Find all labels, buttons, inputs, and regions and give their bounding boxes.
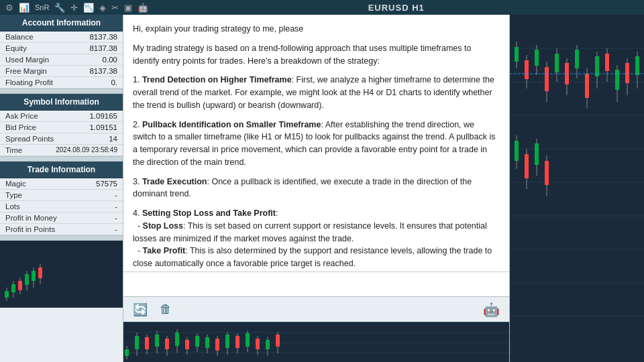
svg-rect-22	[165, 339, 169, 349]
svg-rect-24	[175, 333, 179, 346]
crosshair-icon[interactable]: ✛	[70, 3, 78, 13]
type-row: Type -	[0, 190, 123, 201]
floating-profit-row: Floating Profit 0.	[0, 77, 123, 88]
svg-rect-62	[535, 50, 539, 66]
bid-price-value: 1.09151	[89, 123, 117, 131]
equity-value: 8137.38	[89, 44, 117, 52]
chat-messages-area: Hi, explain your trading strategy to me,…	[123, 15, 509, 272]
chat-input-field[interactable]	[123, 272, 509, 296]
ai-toolbar-icon[interactable]: 🤖	[138, 3, 148, 13]
spread-points-label: Spread Points	[5, 135, 54, 143]
time-value: 2024.08.09 23:58:49	[56, 146, 117, 154]
right-chart-panel	[510, 15, 644, 362]
spread-points-value: 14	[109, 135, 117, 143]
svg-rect-86	[525, 154, 529, 178]
svg-rect-78	[615, 70, 619, 90]
svg-rect-42	[266, 340, 270, 349]
square-icon[interactable]: ▣	[124, 3, 132, 13]
free-margin-row: Free Margin 8137.38	[0, 66, 123, 77]
type-label: Type	[5, 191, 22, 199]
chat-msg-1: My trading strategy is based on a trend-…	[133, 42, 500, 68]
top-toolbar: ⚙ 📊 SnR 🔧 ✛ 📉 ◈ ✂ ▣ 🤖 EURUSD H1	[0, 0, 644, 15]
svg-rect-90	[545, 161, 549, 185]
bottom-chart-svg	[123, 322, 509, 362]
spread-points-row: Spread Points 14	[0, 133, 123, 145]
svg-rect-32	[215, 339, 219, 351]
ask-price-label: Ask Price	[5, 112, 38, 120]
account-info-header: Account Information	[0, 15, 123, 32]
bid-price-row: Bid Price 1.09151	[0, 122, 123, 133]
time-label: Time	[5, 146, 22, 154]
balance-label: Balance	[5, 33, 34, 41]
svg-rect-70	[575, 50, 579, 68]
svg-rect-44	[276, 335, 280, 347]
ask-price-value: 1.09165	[89, 112, 117, 120]
settings-icon[interactable]: ⚙	[5, 3, 13, 13]
type-value: -	[115, 191, 117, 199]
diamond-icon[interactable]: ◈	[99, 3, 106, 13]
profit-money-label: Profit in Money	[5, 214, 57, 222]
free-margin-label: Free Margin	[5, 67, 47, 75]
floating-profit-label: Floating Profit	[5, 78, 53, 86]
lots-label: Lots	[5, 202, 20, 210]
svg-rect-76	[605, 54, 609, 71]
chat-msg-0: Hi, explain your trading strategy to me,…	[133, 23, 500, 36]
chart-icon[interactable]: 📊	[19, 3, 30, 13]
chat-toolbar-left: 🔄 🗑	[133, 302, 172, 317]
svg-rect-40	[256, 339, 260, 349]
main-layout: Account Information Balance 8137.38 Equi…	[0, 15, 644, 362]
svg-rect-20	[155, 335, 159, 347]
svg-rect-16	[135, 336, 139, 349]
svg-rect-30	[205, 337, 209, 348]
svg-rect-84	[515, 141, 519, 161]
divider-3	[0, 235, 123, 241]
delete-icon[interactable]: 🗑	[160, 302, 172, 317]
bottom-chart	[123, 322, 509, 362]
snr-label[interactable]: SnR	[35, 3, 49, 11]
used-margin-row: Used Margin 0.00	[0, 54, 123, 66]
svg-rect-60	[525, 60, 529, 79]
tools-icon[interactable]: 🔧	[54, 3, 65, 13]
svg-rect-9	[38, 267, 42, 278]
left-mini-chart	[0, 241, 123, 308]
profit-money-row: Profit in Money -	[0, 213, 123, 224]
ask-price-row: Ask Price 1.09165	[0, 111, 123, 122]
divider-1	[0, 88, 123, 94]
svg-rect-64	[545, 67, 549, 91]
profit-money-value: -	[115, 214, 117, 222]
profit-points-row: Profit in Points -	[0, 224, 123, 235]
equity-row: Equity 8137.38	[0, 43, 123, 54]
free-margin-value: 8137.38	[89, 67, 117, 75]
magic-label: Magic	[5, 180, 26, 188]
ai-send-icon[interactable]: 🤖	[483, 302, 500, 318]
left-chart-svg	[0, 241, 123, 308]
svg-rect-88	[535, 143, 539, 165]
svg-rect-7	[32, 271, 36, 281]
svg-rect-36	[235, 336, 239, 348]
svg-rect-80	[625, 63, 629, 83]
svg-rect-3	[18, 281, 22, 290]
balance-row: Balance 8137.38	[0, 32, 123, 43]
floating-profit-value: 0.	[111, 78, 117, 86]
svg-rect-26	[185, 340, 189, 349]
scissors-icon[interactable]: ✂	[111, 3, 119, 13]
svg-rect-72	[585, 74, 589, 98]
chart-title: EURUSD H1	[154, 3, 639, 13]
line-icon[interactable]: 📉	[83, 3, 94, 13]
svg-rect-74	[595, 56, 599, 76]
svg-rect-66	[555, 54, 559, 72]
magic-row: Magic 57575	[0, 178, 123, 190]
balance-value: 8137.38	[89, 33, 117, 41]
used-margin-value: 0.00	[103, 56, 117, 64]
refresh-icon[interactable]: 🔄	[133, 302, 148, 317]
svg-rect-28	[195, 336, 199, 347]
svg-rect-11	[5, 291, 9, 298]
lots-value: -	[115, 202, 117, 210]
chat-input-area[interactable]	[123, 272, 509, 296]
chat-msg-4: 3. Trade Execution: Once a pullback is i…	[133, 176, 500, 201]
svg-rect-82	[635, 56, 639, 75]
bid-price-label: Bid Price	[5, 123, 36, 131]
chat-toolbar: 🔄 🗑 🤖	[123, 296, 509, 322]
equity-label: Equity	[5, 44, 27, 52]
svg-rect-1	[11, 284, 15, 292]
